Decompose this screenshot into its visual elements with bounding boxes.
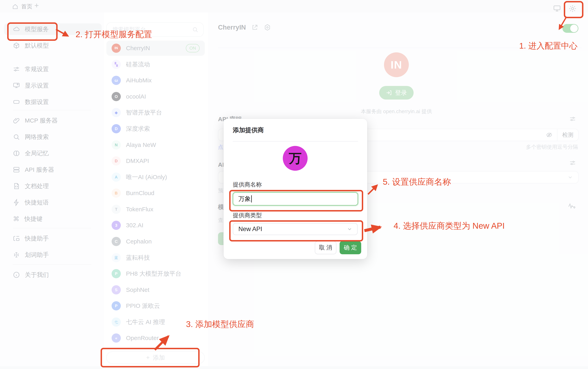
sidebar-item-label: API 服务器 [25, 166, 54, 174]
sidebar-item-global-memory[interactable]: 全局记忆 [4, 147, 102, 159]
provider-row[interactable]: CCephalon [106, 234, 205, 249]
url-settings-sliders-icon[interactable] [569, 160, 576, 166]
add-provider-button[interactable]: + 添加 [106, 351, 205, 364]
dialog-title: 添加提供商 [233, 126, 264, 134]
sidebar-item-mcp-servers[interactable]: MCP 服务器 [4, 115, 102, 126]
add-provider-dialog: 添加提供商 万 提供商名称 万象 提供商类型 New API 取 消 确 定 [224, 119, 367, 259]
provider-type-select[interactable]: New API [233, 223, 357, 235]
sidebar-item-selection-assistant[interactable]: 划词助手 [4, 249, 102, 261]
provider-name-input[interactable]: 万象 [233, 192, 358, 205]
provider-row[interactable]: SSophNet [106, 282, 205, 297]
sidebar-item-default-models[interactable]: 默认模型 [4, 40, 102, 51]
sidebar-item-label: 数据设置 [25, 98, 49, 106]
sidebar-item-label: 常规设置 [25, 65, 49, 73]
provider-row[interactable]: D深度求索 [106, 121, 205, 136]
health-check-icon[interactable] [568, 202, 576, 210]
provider-logo: P [112, 301, 121, 310]
tab-home[interactable]: 首页 [12, 3, 32, 10]
provider-row[interactable]: ◆智谱开放平台 [106, 105, 205, 120]
provider-logo: ▚ [112, 60, 121, 69]
sidebar-item-general-settings[interactable]: 常规设置 [4, 63, 102, 75]
provider-type-label: 提供商类型 [233, 212, 262, 219]
home-icon [12, 3, 18, 10]
provider-enabled-toggle[interactable] [562, 24, 578, 33]
page-title: CherryIN [218, 24, 246, 31]
sidebar-divider [13, 110, 91, 110]
provider-logo: ω [112, 76, 121, 85]
sidebar-item-api-server[interactable]: API 服务器 [4, 164, 102, 175]
search-placeholder: 搜索模型平台 [107, 26, 192, 33]
provider-logo: A [112, 173, 121, 182]
provider-row[interactable]: PPH8 大模型开放平台 [106, 266, 205, 281]
sidebar-item-display-settings[interactable]: 显示设置 [4, 80, 102, 91]
file-code-icon [13, 183, 20, 190]
sidebar-item-label: 显示设置 [25, 82, 49, 90]
sidebar-item-document-processing[interactable]: 文档处理 [4, 180, 102, 192]
sidebar-item-label: 快捷短语 [25, 198, 49, 207]
provider-row[interactable]: 蓝蓝耘科技 [106, 250, 205, 265]
provider-search-input[interactable]: 搜索模型平台 [106, 22, 204, 37]
key-settings-sliders-icon[interactable] [569, 115, 576, 122]
provider-row[interactable]: ωAiHubMix [106, 73, 205, 88]
sidebar-item-model-services[interactable]: 模型服务 [4, 23, 102, 35]
sidebar-item-label: 文档处理 [25, 182, 49, 190]
sidebar-item-quick-assistant[interactable]: 快捷助手 [4, 233, 102, 244]
external-link-icon[interactable] [252, 24, 258, 31]
provider-row[interactable]: «OpenRouter [106, 330, 205, 346]
check-key-button[interactable]: 检测 [557, 131, 578, 139]
provider-row[interactable]: 七七牛云 AI 推理 [106, 314, 205, 330]
provider-row[interactable]: DDMXAPI [106, 153, 205, 168]
cancel-button[interactable]: 取 消 [315, 241, 336, 254]
sliders-icon [13, 66, 20, 73]
provider-row-cherryin[interactable]: IN CherryIN ON [106, 41, 205, 56]
sidebar-item-label: 划词助手 [25, 251, 49, 259]
confirm-button[interactable]: 确 定 [340, 241, 361, 254]
provider-row[interactable]: TTokenFlux [106, 202, 205, 217]
provider-logo: 七 [112, 318, 121, 327]
provider-logo: O [112, 92, 121, 101]
search-icon [13, 133, 20, 141]
search-icon [192, 26, 198, 33]
sidebar-item-label: 快捷键 [24, 215, 42, 223]
paperclip-icon [13, 117, 20, 124]
sidebar-item-quick-phrases[interactable]: 快捷短语 [4, 197, 102, 208]
provider-logo: C [112, 237, 121, 246]
provider-row[interactable]: NAlaya NeW [106, 137, 205, 153]
sidebar-item-label: MCP 服务器 [25, 117, 58, 125]
sidebar-item-web-search[interactable]: 网络搜索 [4, 131, 102, 143]
provider-logo: D [112, 124, 121, 133]
sidebar-item-label: 全局记忆 [25, 149, 49, 157]
sidebar-item-shortcuts[interactable]: ⌘ 快捷键 [4, 213, 102, 225]
settings-sidebar: 模型服务 默认模型 常规设置 显示设置 数据设置 MCP 服务器 网络搜索 [0, 12, 105, 366]
provider-row[interactable]: OocoolAI [106, 89, 205, 104]
provider-logo: « [112, 333, 121, 343]
sidebar-item-label: 关于我们 [25, 271, 49, 279]
sidebar-item-label: 网络搜索 [25, 133, 49, 141]
display-settings-icon [13, 82, 20, 89]
chevron-down-icon[interactable] [567, 174, 578, 180]
sidebar-item-data-settings[interactable]: 数据设置 [4, 96, 102, 108]
provider-row[interactable]: ▚硅基流动 [106, 57, 205, 72]
sidebar-item-about-us[interactable]: 关于我们 [4, 269, 102, 281]
provider-row[interactable]: 3302.AI [106, 218, 205, 233]
monitor-icon[interactable] [553, 5, 561, 12]
provider-logo: P [112, 269, 121, 278]
sidebar-item-label: 默认模型 [25, 41, 49, 50]
provider-row[interactable]: BBurnCloud [106, 185, 205, 201]
settings-gear-icon[interactable] [568, 4, 577, 13]
sidebar-divider [13, 264, 91, 265]
header-divider [218, 48, 582, 48]
keys-hint: 多个密钥使用逗号分隔 [526, 144, 578, 151]
tab-home-label: 首页 [21, 3, 32, 10]
provider-logo: S [112, 285, 121, 294]
window-bottom-strip [0, 366, 588, 369]
provider-row[interactable]: A唯一AI (AiOnly) [106, 170, 205, 185]
eye-off-icon[interactable] [541, 132, 557, 138]
new-tab-button[interactable]: + [34, 1, 39, 10]
provider-avatar[interactable]: 万 [283, 146, 308, 171]
package-icon [13, 42, 20, 49]
login-button[interactable]: 登录 [379, 86, 414, 100]
provider-row[interactable]: PPPIO 派欧云 [106, 298, 205, 313]
sidebar-divider [13, 228, 91, 228]
provider-config-icon[interactable] [264, 24, 271, 31]
